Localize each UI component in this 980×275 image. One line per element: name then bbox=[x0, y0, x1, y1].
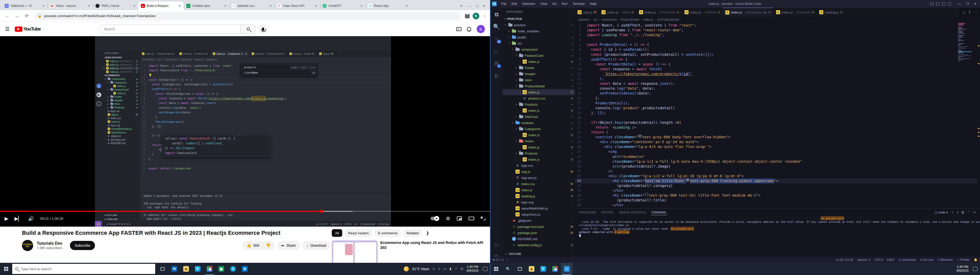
code-line-38[interactable]: 38 </h1> bbox=[575, 203, 980, 207]
tree-item-app-test-js[interactable]: ⚗App.test.js bbox=[503, 175, 575, 181]
tab-close-icon[interactable]: ✕ bbox=[87, 4, 91, 8]
tree-item-index-js[interactable]: JSindex.jsU bbox=[503, 144, 575, 150]
new-terminal-icon[interactable]: ＋ bbox=[951, 210, 954, 215]
chip-react-routers[interactable]: React routers bbox=[345, 229, 372, 237]
find-input[interactable]: products bbox=[242, 65, 289, 70]
video-editor-tab-index-js-categories[interactable]: JSindex.js ...CategoriesU✕ bbox=[211, 51, 250, 57]
vscode-close-button[interactable]: ✕ bbox=[974, 2, 977, 6]
account-icon[interactable]: ☺ bbox=[490, 239, 503, 251]
video-tree-item-gitignore[interactable]: ◈.gitignore bbox=[103, 134, 140, 138]
code-line-35[interactable]: 35 </h2> bbox=[575, 188, 980, 193]
address-bar[interactable]: 🔒 youtube.com/watch?v=m2fFde492Ew&t=916s… bbox=[34, 12, 461, 20]
menu-hamburger-icon[interactable]: ☰ bbox=[5, 26, 10, 32]
panel-tab-output[interactable]: OUTPUT bbox=[601, 211, 614, 214]
video-tree-item-logo-svg[interactable]: ◈logo.svg bbox=[103, 123, 140, 127]
code-line-5[interactable]: 5const ProductDetail = () => { bbox=[575, 42, 980, 47]
crumb-src[interactable]: src bbox=[158, 58, 161, 61]
create-video-icon[interactable] bbox=[456, 27, 461, 31]
crumb-categories[interactable]: Categories bbox=[206, 58, 218, 61]
code-line-9[interactable]: 9 const ProdectDetail = async () => { bbox=[575, 62, 980, 67]
tree-item-tailwind-config-js[interactable]: ≈tailwind.config.jsU bbox=[503, 242, 575, 248]
next-button[interactable]: ▶▏ bbox=[14, 216, 22, 221]
tree-item-index-js[interactable]: JSindex.jsU bbox=[503, 89, 575, 95]
volume-muted-icon[interactable]: ∅ bbox=[461, 267, 463, 271]
video-tree-item-index-js[interactable]: JSindex.jsU bbox=[103, 84, 140, 88]
suggested-video[interactable]: Ecommerce App using React JS and Redux w… bbox=[332, 240, 487, 266]
video-tree-item-categories[interactable]: ▾Categories● bbox=[103, 81, 140, 84]
open-editor-ecommerce-src-modules[interactable]: JSindex.jsecommerce/src/modules/...U bbox=[103, 63, 140, 66]
autoplay-toggle[interactable] bbox=[431, 217, 439, 220]
crumb-ecommerce[interactable]: ecommerce bbox=[142, 58, 155, 61]
tab-close-icon[interactable]: ✕ bbox=[360, 4, 363, 8]
panel-tab-terminal[interactable]: TERMINAL bbox=[651, 211, 667, 215]
code-line-12[interactable]: 12 } bbox=[140, 115, 391, 119]
tree-item-node-modules[interactable]: ▸node_modules bbox=[503, 28, 575, 34]
video-find-widget[interactable]: products Aa ab .* ? of 1 ↑ ↓ ≡ ✕ classNa… bbox=[240, 64, 317, 76]
source-control-icon[interactable]: ⑂19 bbox=[490, 33, 503, 45]
status-[interactable]: 🔔 bbox=[974, 258, 977, 261]
tree-item-logo-svg[interactable]: ❋logo.svg bbox=[503, 199, 575, 205]
menu-view[interactable]: View bbox=[538, 1, 549, 6]
taskbar-app-task-view[interactable] bbox=[514, 263, 526, 275]
code-line-7[interactable]: 7 const fetchCategories = async () => { bbox=[140, 92, 391, 96]
tree-item-component[interactable]: ▾component● bbox=[503, 46, 575, 52]
status-[interactable]: ⌁ bbox=[506, 258, 508, 261]
section-outline[interactable]: ▸OUTLINE bbox=[503, 251, 575, 257]
menu-terminal[interactable]: Terminal bbox=[571, 1, 587, 6]
tree-item-home[interactable]: ▾Home● bbox=[503, 138, 575, 144]
code-line-26[interactable]: 26 <div className="lg:w-4/5 mx-auto flex… bbox=[575, 144, 980, 149]
menu-edit[interactable]: Edit bbox=[509, 1, 519, 6]
tree-item-hero[interactable]: ▸Hero● bbox=[503, 77, 575, 83]
tree-item-src[interactable]: ▾src● bbox=[503, 40, 575, 46]
code-line-17[interactable]: 17 ProdectDetail(); bbox=[575, 101, 980, 106]
video-progress-bar[interactable] bbox=[0, 211, 490, 212]
video-tree-item-components[interactable]: ▾components● bbox=[103, 77, 140, 81]
project-section-header[interactable]: ▾PRACTICE bbox=[503, 16, 575, 22]
taskbar-app-task-view[interactable] bbox=[157, 263, 169, 275]
files-icon[interactable]: ⧉ bbox=[490, 9, 503, 21]
code-line-37[interactable]: 37 {productsdetail?.title} bbox=[575, 198, 980, 203]
code-line-6[interactable]: 6 const { id } = useParams(); bbox=[575, 47, 980, 52]
github-icon[interactable]: ⌂ bbox=[97, 84, 101, 89]
chip-e-commerce[interactable]: E-commerce bbox=[375, 229, 401, 237]
code-line-24[interactable]: 24 <section className="text-gray-600 bod… bbox=[575, 135, 980, 139]
tab-close-icon[interactable]: ✕ bbox=[245, 52, 247, 55]
chip-related[interactable]: Related bbox=[404, 229, 422, 237]
status-go-live[interactable]: ⊙ Go Live bbox=[920, 258, 933, 261]
run-debug-icon[interactable]: ▷ bbox=[490, 45, 503, 57]
menu-help[interactable]: Help bbox=[588, 1, 598, 6]
crumb-productdetail[interactable]: ProductDetail bbox=[620, 18, 639, 21]
code-line-3[interactable]: 3import Loading from "../../loading"; bbox=[575, 33, 980, 38]
code-line-10[interactable]: 10 const response = await fetch( bbox=[575, 67, 980, 71]
taskbar-app-vscode[interactable]: ‹› bbox=[561, 263, 573, 275]
video-editor-tab-index-js-featurecard[interactable]: JSindex.js ...FeatureCardU bbox=[140, 51, 177, 57]
split-editor-icon[interactable]: ⫿ bbox=[969, 10, 970, 14]
browser-tab-youtube[interactable]: ▸Build a Respon✕ bbox=[138, 2, 184, 10]
video-tree-item-reportwebvitals-js[interactable]: JSreportWebVitals.js bbox=[103, 127, 140, 131]
blackbox-icon[interactable]: B bbox=[490, 70, 503, 82]
menu-selection[interactable]: Selection bbox=[520, 1, 537, 6]
tree-item-readme-md[interactable]: ⓘREADME.md bbox=[503, 236, 575, 242]
theater-mode-icon[interactable] bbox=[469, 217, 474, 220]
tab-close-icon[interactable]: ✕ bbox=[223, 4, 227, 8]
start-button[interactable] bbox=[0, 263, 12, 275]
taskbar-app-chrome[interactable] bbox=[204, 263, 215, 275]
crumb-components[interactable]: components bbox=[164, 58, 177, 61]
tree-item-footer[interactable]: ▸Footer● bbox=[503, 65, 575, 71]
browser-tab-gmail[interactable]: MInbox - keyurn✕ bbox=[48, 2, 93, 10]
code-line-11[interactable]: 11 `https://fakestoreapi.com/products/${… bbox=[575, 71, 980, 76]
tree-item-loading-js[interactable]: JSloading.jsU bbox=[503, 193, 575, 199]
new-tab-button[interactable]: + bbox=[458, 2, 465, 9]
crumb-index-js[interactable]: index.js bbox=[643, 18, 654, 21]
download-button[interactable]: ↓Download bbox=[302, 241, 330, 250]
tree-item-index-js[interactable]: JSindex.jsU bbox=[503, 132, 575, 138]
browser-tab-sheets[interactable]: +Untitled spre✕ bbox=[184, 2, 229, 10]
tree-item-setuptests-js[interactable]: JSsetupTests.js bbox=[503, 211, 575, 217]
dislike-icon[interactable]: 👎 bbox=[266, 243, 270, 248]
forward-button[interactable]: → bbox=[13, 12, 21, 20]
layout-toggle-icons[interactable] bbox=[930, 2, 951, 5]
tree-item-statcard[interactable]: ▸StatCard● bbox=[503, 114, 575, 120]
vscode-minimize-button[interactable]: — bbox=[958, 2, 961, 6]
code-line-28[interactable]: 28 alt="ecommerce" bbox=[575, 154, 980, 159]
status-javascript[interactable]: { } JavaScript bbox=[899, 258, 916, 261]
